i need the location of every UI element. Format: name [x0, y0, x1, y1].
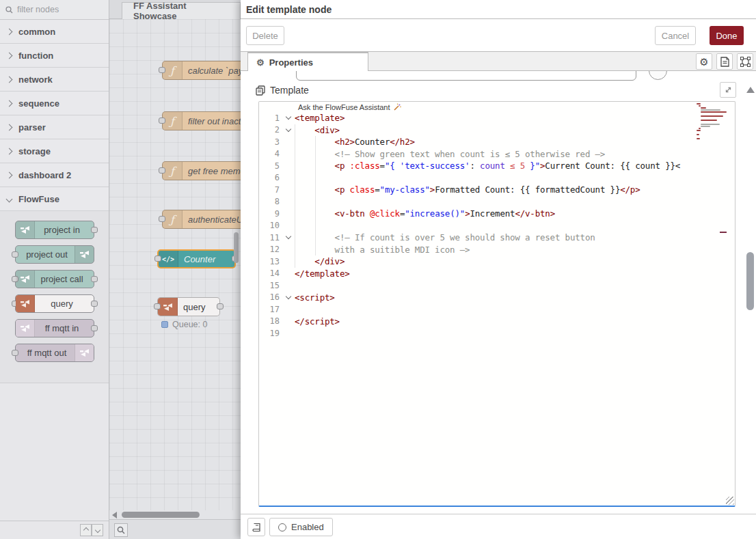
line-number: 2 [259, 125, 282, 135]
editor-resize-grip[interactable] [726, 497, 734, 505]
canvas-node-authenticate[interactable]: ƒauthenticateU [162, 210, 241, 229]
fold-column[interactable] [282, 236, 295, 238]
palette-category-sequence[interactable]: sequence [0, 92, 109, 115]
input-port[interactable] [159, 216, 165, 222]
code-text: </div> [295, 256, 345, 266]
fold-column[interactable] [282, 296, 295, 299]
canvas-node-filter[interactable]: ƒfilter out inacti [162, 111, 241, 130]
palette-category-function[interactable]: function [0, 44, 109, 68]
fold-chevron-icon[interactable] [286, 294, 291, 299]
output-port[interactable] [91, 301, 98, 307]
palette-category-parser[interactable]: parser [0, 115, 109, 139]
code-line[interactable]: 3 <h2>Counter</h2> [259, 136, 735, 148]
enabled-toggle[interactable]: Enabled [269, 518, 333, 536]
code-line[interactable]: 8 [259, 196, 735, 208]
minimap-line [697, 122, 731, 123]
indent-guide [315, 232, 316, 244]
line-number: 3 [259, 137, 282, 147]
palette-category-flowfuse[interactable]: FlowFuse [0, 187, 109, 211]
palette-category-storage[interactable]: storage [0, 139, 109, 163]
node-appearance-button[interactable] [737, 53, 753, 70]
code-line[interactable]: 4 <!— Show green text when count is ≤ 5 … [259, 148, 735, 161]
scrolled-form-field[interactable] [296, 71, 636, 81]
palette-collapse-all-button[interactable] [80, 524, 92, 536]
code-line[interactable]: 12 with a suitible MDI icon —> [259, 244, 735, 256]
code-line[interactable]: 13 </div> [259, 255, 735, 268]
code-lines[interactable]: 1<template>2 <div>3 <h2>Counter</h2>4 <!… [259, 112, 735, 340]
palette-category-dashboard-2[interactable]: dashboard 2 [0, 163, 109, 187]
assistant-hint[interactable]: Ask the FlowFuse Assistant [298, 102, 401, 112]
palette-node-query[interactable]: query [15, 294, 94, 313]
palette-node-ff-mqtt-in[interactable]: ff mqtt in [15, 319, 94, 337]
code-line[interactable]: 19 [259, 327, 735, 340]
code-line[interactable]: 9 <v-btn @click="increase()">Increment</… [259, 208, 735, 220]
input-port[interactable] [12, 350, 18, 356]
scroll-up-arrow[interactable] [746, 87, 755, 93]
canvas-node-query[interactable]: query [157, 297, 220, 316]
palette-category-network[interactable]: network [0, 68, 109, 92]
output-port[interactable] [217, 303, 224, 309]
fold-chevron-icon[interactable] [286, 234, 291, 239]
palette-search-input[interactable]: filter nodes [0, 0, 109, 20]
done-button[interactable]: Done [710, 26, 744, 45]
node-settings-button[interactable]: ⚙ [696, 53, 712, 70]
scrolled-form-button[interactable] [649, 71, 667, 80]
input-port[interactable] [159, 118, 165, 124]
fold-chevron-icon[interactable] [286, 126, 291, 132]
canvas-horizontal-scrollbar[interactable] [109, 510, 241, 519]
minimap-line [697, 138, 700, 139]
delete-button[interactable]: Delete [246, 26, 284, 45]
code-line[interactable]: 14</template> [259, 268, 735, 280]
code-line[interactable]: 6 [259, 172, 735, 184]
output-port[interactable] [91, 325, 98, 331]
canvas-node-calculate[interactable]: ƒcalculate `pay [162, 61, 241, 80]
dialog-scrollbar-thumb[interactable] [746, 252, 754, 310]
code-line[interactable]: 17 [259, 303, 735, 316]
palette-node-project-call[interactable]: project call [15, 270, 94, 288]
canvas-hscroll-thumb[interactable] [122, 512, 200, 518]
input-port[interactable] [159, 67, 165, 73]
code-line[interactable]: 11 <!— If count is over 5 we should show… [259, 232, 735, 244]
code-line[interactable]: 7 <p class="my-class">Formatted Count: {… [259, 184, 735, 196]
fold-column[interactable] [282, 117, 295, 119]
input-port[interactable] [154, 255, 161, 262]
node-description-button[interactable] [716, 53, 733, 70]
palette-node-ff-mqtt-out[interactable]: ff mqtt out [15, 344, 94, 362]
minimap-line [699, 105, 701, 107]
code-line[interactable]: 10 [259, 220, 735, 232]
flow-tab[interactable]: FF Assistant Showcase [122, 2, 241, 19]
palette-node-project-out[interactable]: project out [15, 245, 94, 264]
canvas-node-memory[interactable]: ƒget free memo [162, 161, 241, 180]
code-editor[interactable]: Ask the FlowFuse Assistant 1<template>2 … [258, 101, 735, 507]
flowfuse-logo-icon [16, 221, 35, 238]
code-line[interactable]: 15 [259, 279, 735, 292]
code-line[interactable]: 1<template> [259, 112, 735, 124]
expand-editor-button[interactable] [720, 82, 736, 98]
cancel-button[interactable]: Cancel [655, 26, 696, 45]
input-port[interactable] [154, 303, 161, 309]
code-line[interactable]: 16<script> [259, 292, 735, 304]
input-port[interactable] [159, 167, 165, 174]
tab-properties[interactable]: ⚙ Properties [247, 52, 368, 71]
palette-category-common[interactable]: common [0, 20, 109, 44]
minimap-line [701, 115, 724, 117]
fold-chevron-icon[interactable] [286, 114, 291, 120]
code-line[interactable]: 18</script> [259, 316, 735, 328]
minimap[interactable] [697, 103, 731, 144]
output-port[interactable] [91, 227, 98, 233]
canvas-search-button[interactable] [114, 523, 128, 537]
dialog-body: Template Ask the FlowFuse Assistant 1<te… [241, 71, 756, 514]
palette-expand-all-button[interactable] [92, 524, 103, 536]
fold-column[interactable] [282, 129, 295, 131]
palette-node-project-in[interactable]: project in [15, 221, 94, 239]
flow-canvas[interactable]: ƒcalculate `payƒfilter out inactiƒget fr… [109, 19, 241, 510]
canvas-vertical-scrollbar[interactable] [234, 232, 239, 263]
code-line[interactable]: 5 <p :class="{ 'text-success': count ≤ 5… [259, 160, 735, 172]
library-button[interactable] [247, 518, 265, 536]
output-port[interactable] [91, 276, 98, 282]
input-port[interactable] [12, 251, 18, 258]
canvas-node-counter[interactable]: </>Counter [157, 249, 236, 268]
indent-guide [315, 184, 316, 196]
code-line[interactable]: 2 <div> [259, 124, 735, 137]
scroll-left-arrow-icon[interactable] [112, 512, 117, 519]
